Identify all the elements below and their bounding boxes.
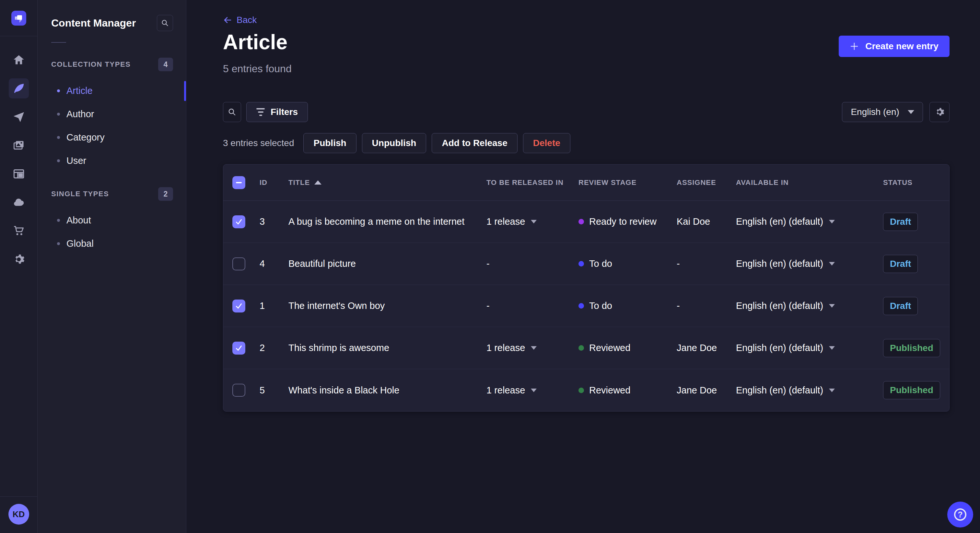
cell-id: 5 (259, 385, 288, 396)
single-types-count-badge: 2 (158, 187, 173, 201)
cell-review-stage: Reviewed (579, 343, 677, 353)
stage-dot-icon (579, 345, 584, 351)
cell-assignee: Jane Doe (677, 385, 736, 396)
single-types-label: SINGLE TYPES (51, 190, 109, 198)
sidebar-item-article[interactable]: Article (51, 79, 173, 102)
check-icon (235, 302, 243, 310)
table-row[interactable]: 3 A bug is becoming a meme on the intern… (223, 201, 949, 243)
column-header-title[interactable]: TITLE (288, 178, 487, 187)
table-row[interactable]: 4 Beautiful picture - To do - English (e… (223, 243, 949, 285)
table-body: 3 A bug is becoming a meme on the intern… (223, 201, 949, 411)
cell-id: 3 (259, 216, 288, 227)
filters-button[interactable]: Filters (246, 102, 308, 122)
table-row[interactable]: 1 The internet's Own boy - To do - Engli… (223, 285, 949, 327)
cell-available-in[interactable]: English (en) (default) (736, 385, 883, 396)
cell-id: 1 (259, 300, 288, 311)
settings-gear-icon[interactable] (9, 249, 29, 270)
status-badge: Draft (883, 255, 918, 273)
content-type-builder-icon[interactable] (9, 164, 29, 184)
app-window: KD Content Manager COLLECTION TYPES 4 Ar… (0, 0, 980, 533)
back-link[interactable]: Back (223, 15, 257, 25)
sidebar-item-category[interactable]: Category (51, 125, 173, 149)
media-library-icon[interactable] (9, 135, 29, 155)
row-checkbox[interactable] (232, 342, 245, 355)
table-row[interactable]: 2 This shrimp is awesome 1 release Revie… (223, 327, 949, 369)
select-all-checkbox[interactable] (232, 176, 245, 189)
column-header-review-stage[interactable]: REVIEW STAGE (579, 178, 677, 187)
help-button[interactable]: ? (947, 501, 973, 528)
cell-id: 4 (259, 259, 288, 269)
rail-icon-list (9, 50, 29, 270)
selection-count-label: 3 entries selected (223, 138, 294, 148)
user-avatar[interactable]: KD (8, 504, 29, 525)
column-header-to-be-released-in[interactable]: TO BE RELEASED IN (487, 178, 579, 187)
column-header-assignee[interactable]: ASSIGNEE (677, 178, 736, 187)
view-settings-button[interactable] (929, 102, 950, 122)
logo-section (0, 0, 37, 36)
cell-available-in[interactable]: English (en) (default) (736, 259, 883, 269)
purchases-cart-icon[interactable] (9, 221, 29, 241)
entries-table: ID TITLE TO BE RELEASED IN REVIEW STAGE … (223, 164, 950, 412)
table-row[interactable]: 5 What's inside a Black Hole 1 release R… (223, 369, 949, 411)
releases-icon[interactable] (9, 107, 29, 127)
sidebar-item-global[interactable]: Global (51, 232, 173, 255)
cell-release[interactable]: 1 release (487, 216, 579, 227)
row-checkbox[interactable] (232, 215, 245, 228)
collection-types-list: ArticleAuthorCategoryUser (51, 79, 173, 172)
bullet-icon (57, 89, 60, 92)
cell-id: 2 (259, 343, 288, 353)
back-arrow-icon (223, 16, 232, 25)
add-to-release-button[interactable]: Add to Release (432, 133, 517, 153)
row-checkbox[interactable] (232, 300, 245, 313)
bullet-icon (57, 136, 60, 139)
create-new-entry-button[interactable]: Create new entry (839, 36, 950, 57)
row-checkbox[interactable] (232, 384, 245, 397)
cell-title: This shrimp is awesome (288, 343, 487, 353)
status-badge: Published (883, 381, 940, 399)
sidebar-title: Content Manager (51, 17, 136, 29)
sidebar-item-author[interactable]: Author (51, 102, 173, 125)
search-button[interactable] (223, 102, 241, 122)
chevron-down-icon (829, 389, 835, 392)
gear-icon (935, 107, 944, 117)
entries-count-subtitle: 5 entries found (223, 63, 950, 75)
strapi-logo-icon[interactable] (11, 11, 26, 25)
column-header-available-in[interactable]: AVAILABLE IN (736, 178, 883, 187)
sidebar-item-user[interactable]: User (51, 149, 173, 172)
column-header-status[interactable]: STATUS (883, 178, 940, 187)
column-header-id[interactable]: ID (259, 178, 288, 187)
cell-release[interactable]: 1 release (487, 343, 579, 353)
single-types-list: AboutGlobal (51, 209, 173, 255)
cell-assignee: - (677, 259, 736, 269)
cell-release[interactable]: 1 release (487, 385, 579, 396)
chevron-down-icon (531, 346, 537, 350)
cell-available-in[interactable]: English (en) (default) (736, 216, 883, 227)
cell-title: A bug is becoming a meme on the internet (288, 216, 487, 227)
row-checkbox[interactable] (232, 257, 245, 270)
stage-dot-icon (579, 219, 584, 224)
publish-button[interactable]: Publish (303, 133, 356, 153)
chevron-down-icon (829, 304, 835, 308)
cell-review-stage: To do (579, 300, 677, 311)
check-icon (235, 218, 243, 226)
content-manager-icon[interactable] (9, 78, 29, 98)
cell-release[interactable]: - (487, 259, 579, 269)
main-content: Back Article Create new entry 5 entries … (186, 0, 980, 533)
bullet-icon (57, 113, 60, 116)
chevron-down-icon (531, 220, 537, 224)
cell-release[interactable]: - (487, 300, 579, 311)
main-nav-rail: KD (0, 0, 38, 533)
cell-review-stage: To do (579, 259, 677, 269)
deploy-cloud-icon[interactable] (9, 192, 29, 213)
cell-available-in[interactable]: English (en) (default) (736, 343, 883, 353)
sidebar-search-button[interactable] (157, 15, 173, 31)
unpublish-button[interactable]: Unpublish (362, 133, 426, 153)
stage-dot-icon (579, 261, 584, 266)
delete-button[interactable]: Delete (523, 133, 570, 153)
locale-select[interactable]: English (en) (842, 102, 923, 122)
status-badge: Draft (883, 297, 918, 315)
sidebar-item-about[interactable]: About (51, 209, 173, 232)
cell-available-in[interactable]: English (en) (default) (736, 300, 883, 311)
home-icon[interactable] (9, 50, 29, 70)
status-badge: Draft (883, 213, 918, 231)
